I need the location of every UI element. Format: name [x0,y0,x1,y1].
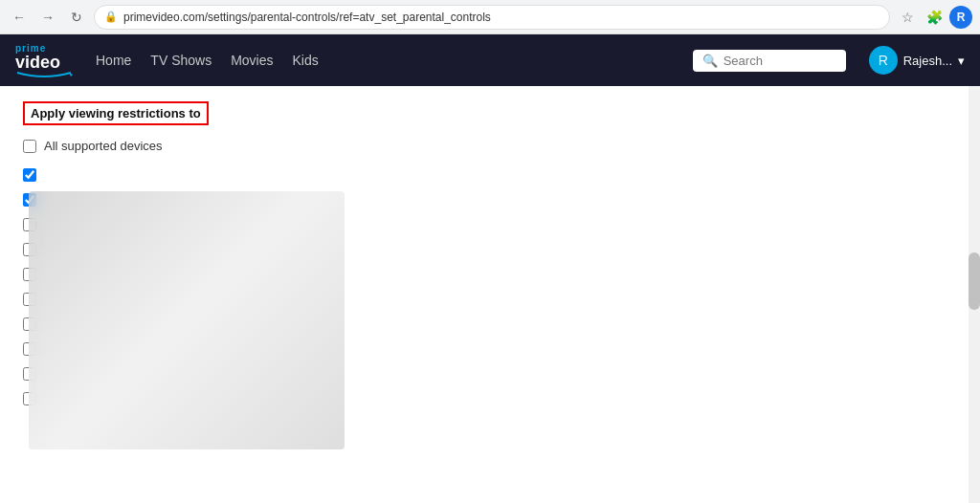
browser-profile[interactable]: R [949,6,972,29]
smile-svg [15,71,73,78]
lock-icon: 🔒 [104,11,118,23]
user-avatar: R [869,46,898,75]
search-box[interactable]: 🔍 [693,50,846,72]
browser-actions: ☆ 🧩 R [896,6,972,29]
extensions-button[interactable]: 🧩 [923,6,946,29]
search-input[interactable] [724,54,836,68]
device-checkbox-0[interactable] [23,168,36,182]
nav-tv-shows[interactable]: TV Shows [150,53,212,68]
url-text: primevideo.com/settings/parental-control… [123,11,491,24]
all-devices-label[interactable]: All supported devices [44,139,163,153]
main-content: Apply viewing restrictions to All suppor… [0,86,980,503]
scrollbar-track [969,86,980,503]
user-name: Rajesh... [903,54,952,68]
user-section[interactable]: R Rajesh... ▾ [869,46,965,75]
video-text: video [15,54,60,71]
section-title: Apply viewing restrictions to [23,101,209,125]
blur-panel [29,191,345,449]
browser-chrome: ← → ↻ 🔒 primevideo.com/settings/parental… [0,0,980,34]
nav-kids[interactable]: Kids [293,53,319,68]
prime-text: prime [15,43,46,54]
nav-home[interactable]: Home [96,53,131,68]
address-bar[interactable]: 🔒 primevideo.com/settings/parental-contr… [94,5,890,30]
list-item [23,163,957,187]
bookmark-button[interactable]: ☆ [896,6,919,29]
nav-links: Home TV Shows Movies Kids [96,53,670,68]
all-devices-checkbox[interactable] [23,140,36,153]
search-icon: 🔍 [702,54,718,68]
user-dropdown-icon: ▾ [958,54,965,68]
nav-movies[interactable]: Movies [231,53,273,68]
all-devices-row: All supported devices [23,139,957,153]
scrollbar-thumb[interactable] [969,252,980,310]
reload-button[interactable]: ↻ [65,6,88,29]
prime-logo[interactable]: prime video [15,43,73,78]
navbar: prime video Home TV Shows Movies Kids 🔍 … [0,34,980,86]
forward-button[interactable]: → [36,6,59,29]
back-button[interactable]: ← [8,6,31,29]
